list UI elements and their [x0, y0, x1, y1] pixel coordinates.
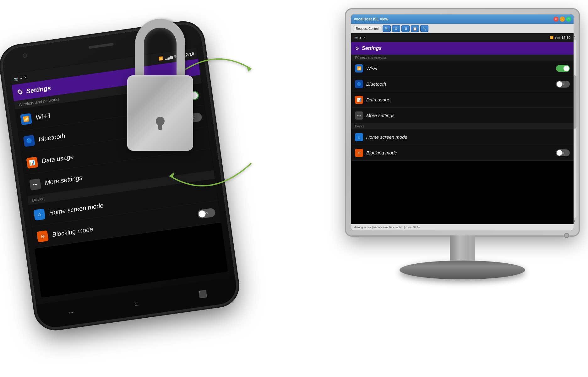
- monitor-bluetooth-toggle-knob: [557, 81, 562, 87]
- blocking-mode-toggle-knob: [198, 210, 206, 218]
- isl-maximize-button[interactable]: □: [566, 17, 571, 22]
- monitor-blocking-mode-item[interactable]: ⊖ Blocking mode O: [351, 145, 574, 161]
- settings-title: Settings: [26, 84, 51, 95]
- isl-status-bar: sharing active | remote user has control…: [351, 224, 574, 230]
- padlock-keyhole: [156, 117, 165, 126]
- request-control-button[interactable]: Request Control: [353, 26, 381, 31]
- toolbar-screen-button[interactable]: 🖥: [401, 25, 410, 32]
- notification-icon: 📷: [14, 76, 19, 81]
- toolbar-clipboard-button[interactable]: 📋: [411, 25, 419, 32]
- recents-button[interactable]: ⬛: [198, 289, 207, 299]
- isl-title: VocalHost ISL View: [354, 17, 388, 21]
- toolbar-search-button[interactable]: 🔍: [383, 25, 391, 32]
- monitor-photo-icon: 📷: [354, 36, 358, 39]
- monitor-blocking-toggle[interactable]: O: [556, 149, 570, 156]
- monitor-gear-icon: ⚙: [355, 46, 359, 51]
- monitor-status-bar: 📷 ▲ ✕ 📶 54% 12:10: [351, 33, 574, 42]
- monitor-bluetooth-label: Bluetooth: [366, 81, 553, 87]
- monitor-data-usage-icon-box: 📊: [355, 96, 363, 104]
- monitor-status-icons: 📷 ▲ ✕: [354, 36, 366, 39]
- svg-marker-1: [170, 172, 174, 178]
- monitor-android-screen: 📷 ▲ ✕ 📶 54% 12:10 ⚙ Settings: [351, 33, 574, 224]
- monitor-battery-label: 54%: [555, 36, 560, 39]
- blocking-mode-toggle[interactable]: O: [197, 207, 216, 219]
- monitor-wifi-toggle[interactable]: [556, 65, 570, 72]
- monitor-stand-neck: [450, 235, 475, 261]
- isl-window: VocalHost ISL View × − □ Request Control…: [351, 14, 574, 230]
- monitor-wifi-icon-box: 📶: [355, 64, 363, 73]
- monitor-blocking-toggle-knob: [557, 150, 562, 156]
- more-settings-icon: •••: [29, 178, 41, 190]
- monitor-mute-icon: ✕: [363, 36, 366, 39]
- monitor-data-usage-item[interactable]: 📊 Data usage: [351, 92, 574, 108]
- toolbar-settings-button[interactable]: ⚙: [392, 25, 400, 32]
- blocking-mode-icon: ⊖: [36, 230, 48, 242]
- data-usage-icon: 📊: [26, 157, 38, 169]
- monitor-screen-border: VocalHost ISL View × − □ Request Control…: [351, 14, 574, 230]
- monitor-power-button[interactable]: [564, 233, 569, 238]
- padlock-body: [127, 75, 193, 151]
- monitor-home-screen-item[interactable]: ⌂ Home screen mode: [351, 129, 574, 145]
- padlock-graphic: [113, 19, 207, 151]
- isl-close-button[interactable]: ×: [553, 17, 558, 22]
- monitor-home-label: Home screen mode: [366, 134, 570, 140]
- home-screen-icon: ⌂: [33, 208, 45, 220]
- bluetooth-icon: 🔵: [23, 135, 35, 147]
- monitor: ▲ ▼ VocalHost ISL View × − □ Re: [346, 9, 579, 279]
- monitor-more-label: More settings: [366, 113, 570, 118]
- monitor-device-label: Device: [351, 123, 574, 129]
- settings-gear-icon: ⚙: [16, 88, 24, 97]
- monitor-time: 12:10: [562, 36, 570, 40]
- monitor-more-icon-box: •••: [355, 111, 363, 120]
- back-button[interactable]: ←: [67, 308, 75, 317]
- phone-status-icons: 📷 ▲ ✕: [14, 75, 27, 81]
- monitor-settings-title: Settings: [362, 46, 382, 51]
- monitor-wireless-label: Wireless and networks: [351, 55, 574, 61]
- isl-minimize-button[interactable]: −: [560, 17, 565, 22]
- monitor-more-settings-item[interactable]: ••• More settings: [351, 108, 574, 123]
- isl-titlebar: VocalHost ISL View × − □: [351, 14, 574, 24]
- monitor-settings-header: ⚙ Settings: [351, 42, 574, 55]
- monitor-wifi-icon: 📶: [550, 36, 553, 39]
- monitor-bluetooth-icon-box: 🔵: [355, 80, 363, 88]
- mute-icon: ✕: [24, 75, 27, 80]
- phone-speaker: [89, 43, 114, 49]
- monitor-blocking-label: Blocking mode: [366, 150, 553, 155]
- monitor-bluetooth-item[interactable]: 🔵 Bluetooth O: [351, 76, 574, 92]
- monitor-frame: ▲ ▼ VocalHost ISL View × − □ Re: [346, 9, 579, 235]
- padlock: [113, 19, 207, 151]
- isl-status-text: sharing active | remote user has control…: [354, 226, 420, 229]
- monitor-home-icon-box: ⌂: [355, 133, 363, 141]
- isl-toolbar: Request Control 🔍 ⚙ 🖥 📋 🔧: [351, 24, 574, 33]
- monitor-wifi-item[interactable]: 📶 Wi-Fi: [351, 61, 574, 76]
- isl-window-buttons: × − □: [553, 17, 571, 22]
- alarm-icon: ▲: [19, 76, 23, 80]
- wifi-icon: 📶: [20, 113, 32, 125]
- monitor-alarm-icon: ▲: [359, 36, 362, 39]
- toolbar-tools-button[interactable]: 🔧: [420, 25, 428, 32]
- monitor-data-usage-label: Data usage: [366, 97, 570, 102]
- monitor-blocking-icon-box: ⊖: [355, 149, 363, 157]
- monitor-wifi-label: Wi-Fi: [366, 66, 553, 71]
- monitor-bluetooth-toggle[interactable]: O: [556, 81, 570, 88]
- phone-camera: [22, 53, 27, 58]
- monitor-wifi-toggle-knob: [564, 66, 569, 71]
- home-button[interactable]: ⌂: [134, 299, 139, 308]
- padlock-shackle: [135, 19, 185, 78]
- monitor-stand-base: [400, 261, 525, 279]
- arrow-to-phone: [163, 157, 258, 195]
